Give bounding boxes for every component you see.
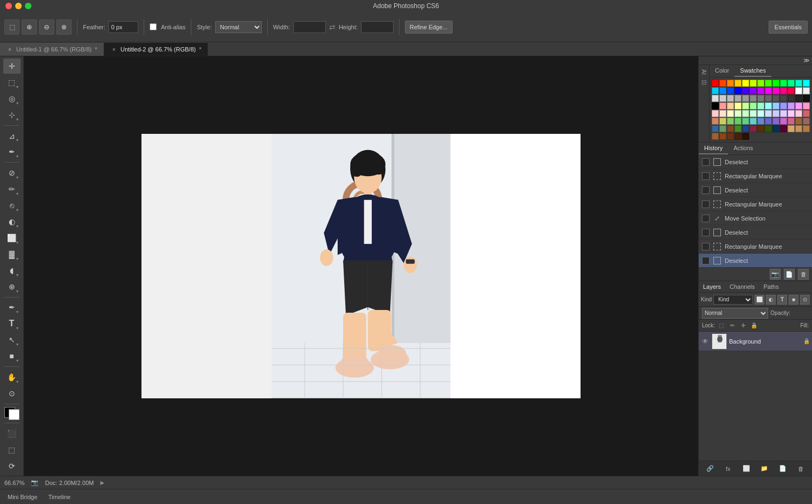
swatch-item[interactable] <box>795 87 802 94</box>
history-item[interactable]: Deselect <box>699 225 812 240</box>
history-checkbox[interactable] <box>702 186 710 194</box>
channels-tab[interactable]: Channels <box>725 281 759 292</box>
create-snapshot-btn[interactable]: 📷 <box>770 269 781 280</box>
swatch-item[interactable] <box>788 80 795 87</box>
quick-mask-btn[interactable]: ⬛ <box>3 426 21 441</box>
swatch-item[interactable] <box>803 80 810 87</box>
lock-position-btn[interactable]: ✛ <box>739 321 747 330</box>
swatch-item[interactable] <box>727 95 734 102</box>
swatch-item[interactable] <box>719 102 726 109</box>
toggle-filter-btn[interactable]: ⊙ <box>800 295 810 305</box>
swatch-item[interactable] <box>788 125 795 132</box>
swatches-tab[interactable]: Swatches <box>734 65 771 77</box>
swatch-item[interactable] <box>712 102 719 109</box>
lock-transparent-btn[interactable]: ⬚ <box>717 321 726 330</box>
dodge-tool[interactable]: ⊕ ▼ <box>3 279 21 294</box>
swatch-item[interactable] <box>788 87 795 94</box>
swatch-item[interactable] <box>765 87 772 94</box>
swatch-item[interactable] <box>765 80 772 87</box>
swatch-item[interactable] <box>750 110 757 117</box>
subtract-selection-btn[interactable]: ⊖ <box>39 20 54 35</box>
swatch-item[interactable] <box>765 102 772 109</box>
swatch-item[interactable] <box>734 125 742 132</box>
hand-tool[interactable]: ✋ ▼ <box>3 370 21 385</box>
swatch-item[interactable] <box>772 80 779 87</box>
swap-dimensions-btn[interactable]: ⇄ <box>329 23 336 31</box>
quick-select-tool[interactable]: ⊹ ▼ <box>3 107 21 122</box>
swatch-item[interactable] <box>742 80 749 87</box>
panel-collapse-button[interactable]: ≫ <box>699 56 812 65</box>
swatch-item[interactable] <box>750 87 757 94</box>
swatch-item[interactable] <box>795 125 802 132</box>
history-brush-tool[interactable]: ◐ ▼ <box>3 214 21 229</box>
move-tool[interactable]: ✛ <box>3 59 21 74</box>
history-checkbox[interactable] <box>702 158 710 166</box>
swatch-item[interactable] <box>765 125 772 132</box>
swatch-item[interactable] <box>757 125 764 132</box>
swatch-item[interactable] <box>719 87 726 94</box>
swatch-item[interactable] <box>734 87 742 94</box>
swatch-item[interactable] <box>719 133 726 140</box>
swatch-item[interactable] <box>750 102 757 109</box>
swatch-item[interactable] <box>757 87 764 94</box>
swatch-item[interactable] <box>727 87 734 94</box>
swatch-item[interactable] <box>803 110 810 117</box>
swatch-item[interactable] <box>712 133 719 140</box>
history-checkbox[interactable] <box>702 257 710 264</box>
color-tab[interactable]: Color <box>710 65 734 77</box>
swatch-item[interactable] <box>727 80 734 87</box>
layers-tab[interactable]: Layers <box>699 281 725 292</box>
swatch-item[interactable] <box>765 110 772 117</box>
swatch-item[interactable] <box>742 87 749 94</box>
refine-edge-button[interactable]: Refine Edge... <box>405 21 453 34</box>
swatch-item[interactable] <box>772 95 779 102</box>
blur-tool[interactable]: ◖ ▼ <box>3 263 21 278</box>
swatch-item[interactable] <box>742 125 749 132</box>
swatch-item[interactable] <box>750 118 757 125</box>
history-item[interactable]: Rectangular Marquee <box>699 240 812 254</box>
swatch-item[interactable] <box>803 118 810 125</box>
swatch-item[interactable] <box>772 102 779 109</box>
rect-marquee-btn[interactable]: ⬚ <box>4 20 20 35</box>
swatch-item[interactable] <box>765 118 772 125</box>
maximize-button[interactable] <box>25 3 31 9</box>
swatch-item[interactable] <box>772 118 779 125</box>
swatch-item[interactable] <box>780 87 787 94</box>
tab-untitled1[interactable]: × Untitled-1 @ 66.7% (RGB/8) * <box>0 43 104 56</box>
paths-tab[interactable]: Paths <box>759 281 783 292</box>
delete-state-btn[interactable]: 🗑 <box>798 269 809 280</box>
swatch-item[interactable] <box>734 80 742 87</box>
swatch-item[interactable] <box>757 110 764 117</box>
swatch-item[interactable] <box>712 87 719 94</box>
swatch-item[interactable] <box>742 118 749 125</box>
swatch-item[interactable] <box>803 95 810 102</box>
swatch-item[interactable] <box>772 110 779 117</box>
history-checkbox[interactable] <box>702 229 710 236</box>
pen-tool[interactable]: ✒ ▼ <box>3 300 21 315</box>
swatch-item[interactable] <box>780 110 787 117</box>
swatch-item[interactable] <box>734 133 742 140</box>
swatch-item[interactable] <box>788 110 795 117</box>
swatch-item[interactable] <box>750 95 757 102</box>
zoom-snapshot-btn[interactable]: 📷 <box>31 479 38 486</box>
history-checkbox[interactable] <box>702 201 710 208</box>
swatch-item[interactable] <box>719 118 726 125</box>
swatch-item[interactable] <box>734 118 742 125</box>
screen-mode-btn[interactable]: ⬚ <box>3 442 21 457</box>
swatch-item[interactable] <box>719 95 726 102</box>
add-to-selection-btn[interactable]: ⊕ <box>22 20 37 35</box>
swatch-item[interactable] <box>803 87 810 94</box>
swatch-item[interactable] <box>780 80 787 87</box>
swatch-item[interactable] <box>742 102 749 109</box>
mini-bridge-tab[interactable]: Mini Bridge <box>4 493 41 501</box>
create-document-btn[interactable]: 📄 <box>784 269 795 280</box>
actions-tab[interactable]: Actions <box>728 143 758 154</box>
type-filter-btn[interactable]: T <box>777 295 787 305</box>
type-tool[interactable]: T ▼ <box>3 316 21 331</box>
shape-filter-btn[interactable]: ■ <box>789 295 798 305</box>
swatch-item[interactable] <box>719 80 726 87</box>
swatch-item[interactable] <box>772 87 779 94</box>
history-checkbox[interactable] <box>702 215 710 222</box>
swatch-item[interactable] <box>734 110 742 117</box>
gradient-tool[interactable]: ▓ ▼ <box>3 247 21 262</box>
